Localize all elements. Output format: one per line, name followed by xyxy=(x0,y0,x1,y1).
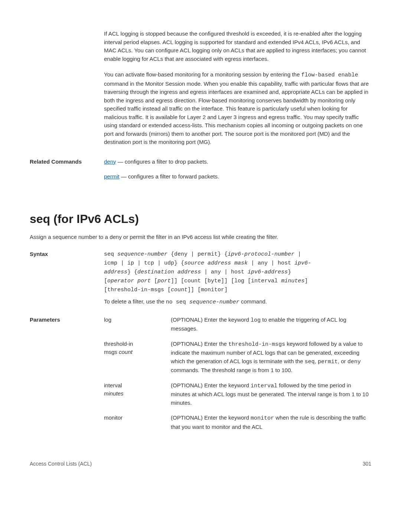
related-commands-section: Related Commands deny — configures a fil… xyxy=(30,158,371,188)
top-content-block: If ACL logging is stopped because the co… xyxy=(104,30,371,147)
section-intro: Assign a sequence number to a deny or pe… xyxy=(30,233,371,242)
param-monitor-name: monitor xyxy=(104,414,171,431)
parameters-row: Parameters log (OPTIONAL) Enter the keyw… xyxy=(30,316,371,438)
syntax-label: Syntax xyxy=(30,250,104,307)
syntax-code-block: seq sequence-number {deny | permit} {ipv… xyxy=(104,250,371,295)
permit-command-line: permit — configures a filter to forward … xyxy=(104,173,371,181)
flow-monitoring-paragraph: You can activate flow-based monitoring f… xyxy=(104,70,371,147)
param-log-desc: (OPTIONAL) Enter the keyword log to enab… xyxy=(171,316,371,333)
footer-left: Access Control Lists (ACL) xyxy=(30,460,92,468)
related-commands-label: Related Commands xyxy=(30,158,104,188)
param-threshold: threshold-in msgs count (OPTIONAL) Enter… xyxy=(104,340,371,375)
param-log-name: log xyxy=(104,316,171,333)
footer-page-number: 301 xyxy=(363,460,371,468)
deny-command-line: deny — configures a filter to drop packe… xyxy=(104,158,371,166)
param-monitor: monitor (OPTIONAL) Enter the keyword mon… xyxy=(104,414,371,431)
syntax-row: Syntax seq sequence-number {deny | permi… xyxy=(30,250,371,307)
acl-logging-paragraph: If ACL logging is stopped because the co… xyxy=(104,30,371,63)
param-interval: interval minutes (OPTIONAL) Enter the ke… xyxy=(104,381,371,407)
deny-link[interactable]: deny xyxy=(104,158,116,165)
param-threshold-desc: (OPTIONAL) Enter the threshold-in-msgs k… xyxy=(171,340,371,375)
syntax-delete-note: To delete a filter, use the no seq seque… xyxy=(104,298,371,307)
param-threshold-name: threshold-in msgs count xyxy=(104,340,171,375)
section-heading: seq (for IPv6 ACLs) xyxy=(30,210,371,228)
param-log: log (OPTIONAL) Enter the keyword log to … xyxy=(104,316,371,333)
param-interval-desc: (OPTIONAL) Enter the keyword interval fo… xyxy=(171,381,371,407)
parameters-label: Parameters xyxy=(30,316,104,438)
flow-based-enable-code: flow-based enable xyxy=(301,72,358,78)
syntax-content: seq sequence-number {deny | permit} {ipv… xyxy=(104,250,371,307)
parameters-table: log (OPTIONAL) Enter the keyword log to … xyxy=(104,316,371,438)
param-monitor-desc: (OPTIONAL) Enter the keyword monitor whe… xyxy=(171,414,371,431)
permit-link[interactable]: permit xyxy=(104,173,120,180)
param-interval-name: interval minutes xyxy=(104,381,171,407)
page-footer: Access Control Lists (ACL) 301 xyxy=(30,460,371,468)
related-commands-content: deny — configures a filter to drop packe… xyxy=(104,158,371,188)
